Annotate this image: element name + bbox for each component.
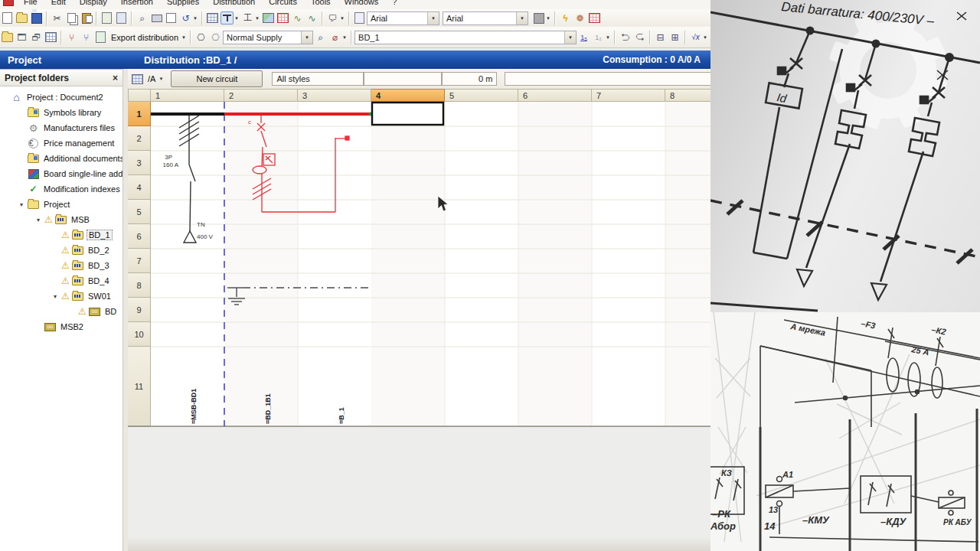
menu-distribution[interactable]: Distribution [206,0,262,8]
tree-item-bd-2[interactable]: ⚠BD_2 [0,243,122,258]
zoom-plus-icon[interactable]: ⌕ [314,31,327,44]
fill-color-dropdown[interactable]: ▼ [545,16,551,21]
font-style-dropdown[interactable]: ▼ [516,12,528,24]
export-refresh-icon[interactable] [94,31,107,44]
undo-icon[interactable]: ↺ [179,11,192,24]
rotate-right-icon[interactable]: ⮎ [633,31,646,44]
menu-display[interactable]: Display [73,0,114,8]
price-table-icon[interactable] [276,11,289,24]
selected-cell[interactable] [372,103,443,125]
align-rows-icon[interactable]: ⊟ [654,31,667,44]
doc-grid-icon[interactable] [44,31,57,44]
open-file-icon[interactable] [15,11,28,24]
font-family-combo[interactable]: Arial ▼ [367,11,439,25]
tree-item-label[interactable]: Modification indexes [42,184,122,194]
tree-item-label[interactable]: SW01 [87,292,113,301]
vertical-mode-dropdown[interactable]: ▼ [254,16,260,21]
tree-item-msb2[interactable]: ooMSB2 [0,319,122,334]
expand-arrow-icon[interactable]: ▾ [54,293,61,300]
tree-item-label[interactable]: MSB2 [59,322,85,331]
tree-item-project[interactable]: ▾Project [0,197,122,212]
expand-arrow-icon[interactable]: ▾ [20,201,28,208]
formula-dropdown[interactable]: ▼ [702,35,708,40]
tree-item-label[interactable]: Project : Document2 [25,93,105,102]
tree-item-sw01[interactable]: ▾⚠SW01 [0,289,122,304]
export-doc-icon[interactable] [115,11,128,24]
vertical-mode-icon[interactable]: 工 [241,11,254,24]
menu-windows[interactable]: Windows [338,0,386,8]
text-window-icon[interactable] [353,11,366,24]
tree-item-symbols-library[interactable]: Symbols library [0,105,122,120]
distribution-mode-icon[interactable] [220,11,234,24]
zoom-dropdown[interactable]: ▼ [341,35,348,40]
tree-item-label[interactable]: Board single-line addit [42,169,122,178]
board-combo[interactable]: BD_1 ▼ [354,31,577,44]
tree-item-label[interactable]: Price management [42,139,116,148]
export-distribution-dropdown[interactable]: ▼ [181,35,187,40]
undo-dropdown[interactable]: ▼ [192,16,198,21]
tree-item-bd-1[interactable]: ⚠BD_1 [0,227,122,243]
import-doc-icon[interactable] [100,11,113,24]
tree-item-modification-indexes[interactable]: ✓Modification indexes [0,181,122,197]
extra-field[interactable] [505,72,717,86]
branch-blue-icon[interactable]: ⑂ [80,31,93,44]
supply-mode-combo[interactable]: Normal Supply ▼ [223,31,313,44]
calculation-lightning-icon[interactable]: ϟ [559,11,572,24]
tree-item-label[interactable]: Additional documents [42,154,122,163]
tree-item-label[interactable]: BD_1 [87,230,113,240]
layer-dropdown[interactable]: ▼ [158,77,164,81]
layer-grid-icon[interactable] [131,73,144,86]
styles-field[interactable]: All styles [272,72,364,86]
tree-item-msb[interactable]: ▾⚠MSB [0,212,122,227]
tree-item-additional-documents[interactable]: Additional documents [0,151,122,166]
copy-icon[interactable] [65,11,78,24]
tree-item-project-document2[interactable]: ⌂Project : Document2 [0,90,122,105]
tree-item-label[interactable]: Project [42,200,71,209]
tree-item-bd[interactable]: ⚠ooBD [0,304,122,319]
filter-field[interactable] [364,72,442,86]
sort-1-5-icon[interactable]: 1₅ [577,31,590,44]
supply-alt-icon[interactable]: ⎔ [209,31,222,44]
project-folder-icon[interactable] [1,31,14,44]
fill-color-icon[interactable] [532,11,545,24]
supply-on-icon[interactable]: ⎔ [194,31,207,44]
zoom-off-icon[interactable]: ⌀ [328,31,341,44]
menu-insertion[interactable]: Insertion [114,0,160,8]
page-setup-icon[interactable] [165,11,178,24]
paste-icon[interactable] [80,11,93,24]
tree-item-label[interactable]: BD_4 [87,276,111,285]
save-icon[interactable] [30,11,43,24]
menu-help[interactable]: ? [385,0,403,8]
sort-1-2-icon[interactable]: 1₂ [592,31,605,44]
rosette-icon[interactable]: ❁ [573,11,586,24]
sort-dropdown[interactable]: ▼ [605,35,611,40]
tree-item-bd-3[interactable]: ⚠BD_3 [0,258,122,273]
menu-tools[interactable]: Tools [304,0,338,8]
new-circuit-button[interactable]: New circuit [171,70,263,87]
rotate-left-icon[interactable]: ⮌ [619,31,632,44]
menu-supplies[interactable]: Supplies [160,0,206,8]
comment-icon[interactable]: 🗩 [326,11,339,24]
tree-item-label[interactable]: MSB [70,215,91,224]
curve-icon[interactable]: ∿ [291,11,304,24]
board-properties-icon[interactable] [262,11,275,24]
export-distribution-label[interactable]: Export distribution [111,33,178,42]
tree-item-manufacturers-files[interactable]: ⚙Manufacturers files [0,120,122,135]
new-file-icon[interactable] [1,11,14,24]
tree-item-price-management[interactable]: €Price management [0,135,122,151]
print-icon[interactable] [150,11,163,24]
font-style-combo[interactable]: Arial ▼ [443,11,528,25]
expand-arrow-icon[interactable]: ▾ [37,217,44,223]
tree-item-board-single-line-addit[interactable]: Board single-line addit [0,166,122,181]
align-stack-icon[interactable]: ⊞ [668,31,681,44]
font-family-dropdown[interactable]: ▼ [427,12,439,24]
menu-file[interactable]: File [17,0,44,8]
supply-mode-dropdown[interactable]: ▼ [301,31,312,44]
panel-close-icon[interactable]: × [113,73,118,83]
layer-label[interactable]: /A [148,74,155,83]
length-field[interactable]: 0 m [442,72,497,86]
tree-item-bd-4[interactable]: ⚠BD_4 [0,273,122,289]
cut-icon[interactable]: ✂ [51,11,64,24]
characteristics-icon[interactable]: ∿ [305,11,318,24]
menu-edit[interactable]: Edit [44,0,73,8]
